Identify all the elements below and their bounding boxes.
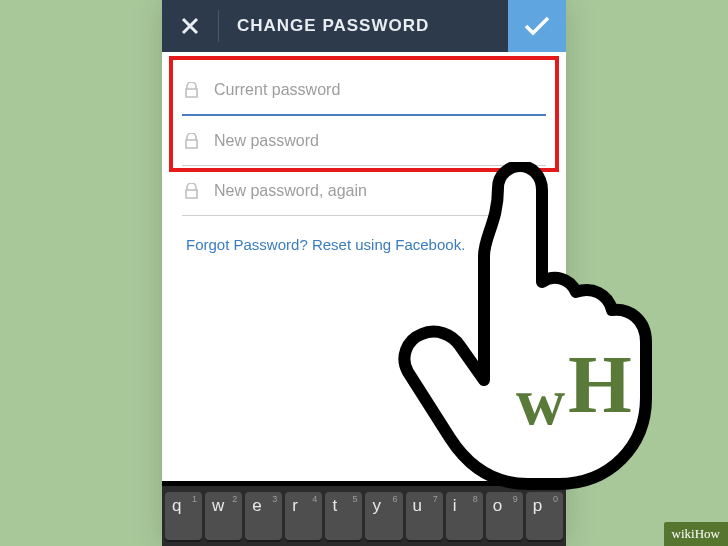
password-form: Current password New password New passwo… [162,52,566,273]
placeholder: New password, again [214,182,546,200]
keyboard: q1 w2 e3 r4 t5 y6 u7 i8 o9 p0 [162,481,566,546]
key-o[interactable]: o9 [486,492,523,540]
lock-icon [182,133,200,149]
current-password-field[interactable]: Current password [182,66,546,116]
new-password-field[interactable]: New password [182,116,546,166]
key-w[interactable]: w2 [205,492,242,540]
check-icon [524,16,550,36]
lock-icon [182,82,200,98]
key-e[interactable]: e3 [245,492,282,540]
key-q[interactable]: q1 [165,492,202,540]
page-title: CHANGE PASSWORD [219,16,508,36]
app-header: CHANGE PASSWORD [162,0,566,52]
forgot-password-link[interactable]: Forgot Password? Reset using Facebook. [182,216,546,273]
close-icon [181,17,199,35]
key-p[interactable]: p0 [526,492,563,540]
key-u[interactable]: u7 [406,492,443,540]
confirm-button[interactable] [508,0,566,52]
lock-icon [182,183,200,199]
confirm-password-field[interactable]: New password, again [182,166,546,216]
key-i[interactable]: i8 [446,492,483,540]
key-r[interactable]: r4 [285,492,322,540]
phone-screen: CHANGE PASSWORD Current password New pas… [162,0,566,546]
placeholder: Current password [214,81,546,99]
svg-text:H: H [568,339,632,430]
placeholder: New password [214,132,546,150]
close-button[interactable] [162,0,218,52]
key-t[interactable]: t5 [325,492,362,540]
key-y[interactable]: y6 [365,492,402,540]
wikihow-watermark: wikiHow [664,522,728,546]
